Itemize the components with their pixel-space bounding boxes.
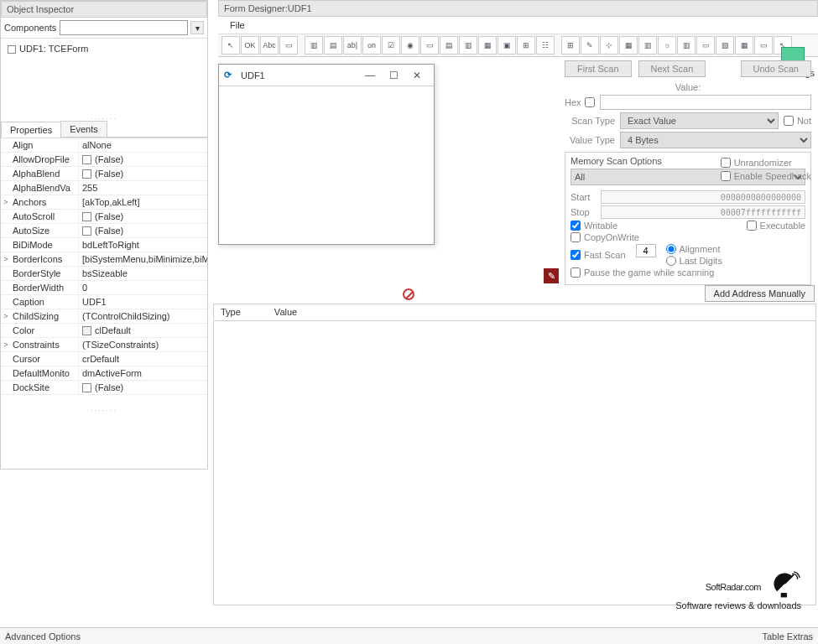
prop-row[interactable]: DockSite(False) bbox=[1, 381, 207, 395]
prop-row[interactable]: BorderWidth0 bbox=[1, 281, 207, 295]
next-scan-button[interactable]: Next Scan bbox=[638, 60, 706, 77]
checkbox-icon[interactable] bbox=[82, 212, 91, 221]
expander-icon[interactable]: > bbox=[1, 255, 11, 263]
prop-value[interactable]: [biSystemMenu,biMinimize,biM bbox=[78, 253, 207, 265]
design-canvas[interactable] bbox=[219, 86, 434, 244]
toolbar-button-16[interactable]: ⊞ bbox=[517, 36, 535, 55]
toolbar-button-3[interactable]: ▭ bbox=[279, 36, 298, 55]
prop-row[interactable]: >Constraints(TSizeConstraints) bbox=[1, 338, 207, 352]
status-advanced-options[interactable]: Advanced Options bbox=[5, 631, 81, 641]
prop-row[interactable]: AlphaBlendVa255 bbox=[1, 181, 207, 195]
prop-value[interactable]: (False) bbox=[78, 168, 207, 179]
lastdigits-radio[interactable] bbox=[666, 256, 676, 266]
expander-icon[interactable]: > bbox=[1, 198, 11, 206]
prop-row[interactable]: BorderStylebsSizeable bbox=[1, 267, 207, 281]
expander-icon[interactable]: > bbox=[1, 312, 11, 320]
toolbar-button-13[interactable]: ▥ bbox=[459, 36, 477, 55]
toolbar-button-10[interactable]: ◉ bbox=[401, 36, 419, 55]
toolbar-button-14[interactable]: ▦ bbox=[478, 36, 497, 55]
add-address-button[interactable]: Add Address Manually bbox=[705, 285, 815, 302]
toolbar-button-29[interactable]: ▭ bbox=[754, 36, 773, 55]
toolbar-button-7[interactable]: ab| bbox=[343, 36, 362, 55]
toolbar-button-20[interactable]: ✎ bbox=[581, 36, 599, 55]
executable-checkbox[interactable] bbox=[747, 221, 757, 231]
prop-row[interactable]: AutoScroll(False) bbox=[1, 210, 207, 224]
value-type-select[interactable]: 4 Bytes bbox=[620, 132, 811, 148]
toolbar-button-1[interactable]: OK bbox=[241, 36, 259, 55]
menu-file[interactable]: File bbox=[225, 18, 250, 32]
close-button[interactable]: ✕ bbox=[405, 67, 429, 84]
toolbar-button-9[interactable]: ☑ bbox=[382, 36, 400, 55]
prop-value[interactable]: clDefault bbox=[78, 325, 207, 336]
tree-item-udf1[interactable]: UDF1: TCEForm bbox=[6, 42, 202, 55]
toolbar-button-2[interactable]: Abc bbox=[260, 36, 279, 55]
prop-value[interactable]: bsSizeable bbox=[78, 267, 207, 279]
fastscan-checkbox[interactable] bbox=[571, 250, 581, 260]
toolbar-button-22[interactable]: ▦ bbox=[619, 36, 638, 55]
prop-value[interactable]: (False) bbox=[78, 153, 207, 165]
prop-row[interactable]: >BorderIcons[biSystemMenu,biMinimize,biM bbox=[1, 252, 207, 267]
undo-scan-button[interactable]: Undo Scan bbox=[741, 60, 811, 77]
first-scan-button[interactable]: First Scan bbox=[565, 60, 632, 77]
prop-row[interactable]: >Anchors[akTop,akLeft] bbox=[1, 195, 207, 210]
not-checkbox[interactable] bbox=[784, 116, 794, 126]
splitter[interactable]: ······· bbox=[1, 114, 207, 121]
value-input[interactable] bbox=[600, 95, 811, 110]
toolbar-button-24[interactable]: ☼ bbox=[658, 36, 676, 55]
prop-row[interactable]: ColorclDefault bbox=[1, 324, 207, 338]
tab-events[interactable]: Events bbox=[60, 121, 107, 137]
prop-row[interactable]: BiDiModebdLeftToRight bbox=[1, 238, 207, 252]
toolbar-button-15[interactable]: ▣ bbox=[498, 36, 516, 55]
toolbar-button-23[interactable]: ▥ bbox=[638, 36, 657, 55]
filter-icon[interactable]: ▾ bbox=[190, 21, 204, 34]
toolbar-button-8[interactable]: on bbox=[362, 36, 381, 55]
prop-row[interactable]: AllowDropFile(False) bbox=[1, 153, 207, 167]
minimize-button[interactable]: — bbox=[358, 67, 382, 84]
prop-row[interactable]: CaptionUDF1 bbox=[1, 295, 207, 309]
components-input[interactable] bbox=[60, 20, 188, 35]
prop-row[interactable]: AlphaBlend(False) bbox=[1, 167, 207, 181]
toolbar-button-0[interactable]: ↖ bbox=[221, 36, 240, 55]
prop-value[interactable]: 255 bbox=[78, 182, 207, 194]
prop-value[interactable]: UDF1 bbox=[78, 296, 207, 308]
prop-value[interactable]: alNone bbox=[78, 139, 207, 151]
pause-checkbox[interactable] bbox=[571, 267, 581, 278]
toolbar-button-21[interactable]: ⊹ bbox=[600, 36, 618, 55]
toolbar-button-17[interactable]: ☷ bbox=[536, 36, 555, 55]
prop-value[interactable]: (TSizeConstraints) bbox=[78, 339, 207, 351]
col-type[interactable]: Type bbox=[221, 307, 241, 317]
prop-value[interactable]: (False) bbox=[78, 382, 207, 393]
toolbar-button-19[interactable]: ⊞ bbox=[561, 36, 580, 55]
prop-row[interactable]: AlignalNone bbox=[1, 138, 207, 153]
unrandomizer-checkbox[interactable] bbox=[721, 158, 731, 168]
expander-icon[interactable]: > bbox=[1, 340, 11, 349]
prop-value[interactable]: (False) bbox=[78, 225, 207, 236]
prop-row[interactable]: CursorcrDefault bbox=[1, 352, 207, 366]
prop-value[interactable]: crDefault bbox=[78, 353, 207, 365]
start-input[interactable] bbox=[601, 190, 805, 204]
checkbox-icon[interactable] bbox=[82, 383, 91, 392]
scan-type-select[interactable]: Exact Value bbox=[620, 112, 779, 129]
designer-window[interactable]: ⟳ UDF1 — ☐ ✕ bbox=[218, 64, 435, 245]
prop-value[interactable]: (TControlChildSizing) bbox=[78, 310, 207, 322]
splitter-bottom[interactable]: ······· bbox=[1, 406, 207, 413]
alignment-radio[interactable] bbox=[666, 244, 676, 254]
checkbox-icon[interactable] bbox=[82, 169, 91, 179]
toolbar-button-12[interactable]: ▤ bbox=[440, 36, 458, 55]
hex-checkbox[interactable] bbox=[585, 97, 595, 107]
prop-row[interactable]: >ChildSizing(TControlChildSizing) bbox=[1, 309, 207, 324]
speedhack-checkbox[interactable] bbox=[721, 171, 731, 181]
checkbox-icon[interactable] bbox=[82, 155, 91, 164]
toolbar-button-6[interactable]: ▤ bbox=[324, 36, 342, 55]
prop-row[interactable]: AutoSize(False) bbox=[1, 224, 207, 238]
results-list[interactable] bbox=[213, 320, 816, 605]
writable-checkbox[interactable] bbox=[571, 221, 581, 231]
toolbar-button-25[interactable]: ▥ bbox=[677, 36, 696, 55]
toolbar-button-28[interactable]: ▦ bbox=[735, 36, 753, 55]
prop-value[interactable]: dmActiveForm bbox=[78, 367, 207, 379]
toolbar-button-27[interactable]: ▧ bbox=[716, 36, 734, 55]
toolbar-button-5[interactable]: ▥ bbox=[305, 36, 323, 55]
prop-row[interactable]: DefaultMonitodmActiveForm bbox=[1, 366, 207, 381]
component-tree[interactable]: UDF1: TCEForm bbox=[1, 39, 207, 114]
prop-value[interactable]: [akTop,akLeft] bbox=[78, 196, 207, 208]
